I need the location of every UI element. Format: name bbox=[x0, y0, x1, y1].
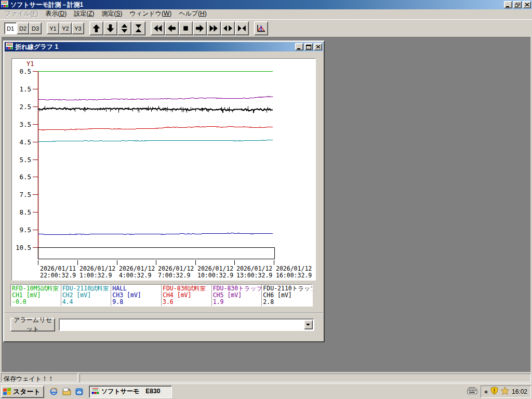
close-button[interactable] bbox=[523, 1, 531, 8]
toolbar-move-up-icon[interactable] bbox=[89, 21, 103, 35]
x-tick-date: 2026/01/12 bbox=[119, 265, 155, 272]
screen: { "window": { "title": "ソフトサーモ計測－計測1" },… bbox=[0, 0, 532, 399]
channel-value: 1.9 bbox=[213, 299, 261, 305]
menu-f[interactable]: ファイル(F) bbox=[1, 9, 42, 19]
status-bar: 保存ウェイト！！ bbox=[0, 373, 532, 383]
x-tick-date: 2026/01/12 bbox=[197, 265, 233, 272]
toolbar-fast-forward-icon[interactable] bbox=[207, 21, 221, 35]
line-chart-panel: Y10.51.52.53.54.55.56.57.58.59.510.52026… bbox=[11, 58, 316, 281]
graph-window-client: Y10.51.52.53.54.55.56.57.58.59.510.52026… bbox=[5, 52, 323, 341]
y-tick-label: 6.5 bbox=[19, 173, 31, 181]
toolbar-group bbox=[254, 21, 268, 35]
channel-value: 2.8 bbox=[263, 299, 311, 305]
start-button[interactable]: スタート bbox=[1, 385, 44, 398]
toolbar: D1D2D3Y1Y2Y3 bbox=[0, 19, 532, 37]
line-chart: Y10.51.52.53.54.55.56.57.58.59.510.52026… bbox=[12, 59, 315, 280]
toolbar-compress-vertical-icon[interactable] bbox=[131, 21, 145, 35]
menu-h[interactable]: ヘルプ(H) bbox=[175, 9, 210, 19]
taskbar-app-button[interactable]: ソフトサーモ E830 bbox=[89, 385, 172, 398]
system-tray: « 16:02 bbox=[481, 385, 531, 398]
internet-explorer-icon[interactable] bbox=[49, 387, 59, 396]
legend-channel-5: FDU-830トラップCH5 [mV]1.9 bbox=[212, 285, 262, 306]
legend-channel-3: HALLCH3 [mV]9.8 bbox=[111, 285, 162, 306]
keyboard-icon[interactable] bbox=[467, 387, 477, 396]
series-ch6 bbox=[38, 108, 273, 111]
toolbar-button-y3[interactable]: Y3 bbox=[72, 22, 84, 34]
x-tick-date: 2026/01/11 bbox=[40, 265, 76, 272]
channel-value: 9.8 bbox=[112, 299, 160, 305]
legend-channel-4: FDU-830試料室CH4 [mV]3.6 bbox=[162, 285, 212, 306]
x-tick-time: 13:00:32.9 bbox=[236, 272, 272, 279]
toolbar-button-d2[interactable]: D2 bbox=[17, 22, 29, 34]
channel-value: 3.6 bbox=[163, 299, 210, 305]
restore-button[interactable] bbox=[513, 1, 522, 8]
y-axis-label: Y1 bbox=[26, 60, 34, 68]
toolbar-stop-icon[interactable] bbox=[179, 21, 193, 35]
menu-w[interactable]: ウィンドウ(W) bbox=[126, 9, 176, 19]
alarm-combobox[interactable] bbox=[59, 318, 314, 331]
toolbar-graph-settings-icon[interactable] bbox=[254, 21, 268, 35]
alarm-combobox-value bbox=[60, 320, 303, 330]
series-ch4 bbox=[38, 127, 273, 130]
chevron-down-icon bbox=[306, 323, 311, 326]
toolbar-expand-vertical-icon[interactable] bbox=[117, 21, 131, 35]
graph-minimize-button[interactable] bbox=[295, 43, 303, 50]
toolbar-group bbox=[151, 21, 249, 35]
menu-d[interactable]: 表示(D) bbox=[42, 9, 70, 19]
app-icon bbox=[6, 43, 13, 51]
series-ch2 bbox=[38, 140, 273, 142]
divider bbox=[5, 313, 323, 314]
x-tick-date: 2026/01/12 bbox=[158, 265, 194, 272]
security-shield-icon[interactable] bbox=[490, 387, 498, 396]
toolbar-group: Y1Y2Y3 bbox=[47, 22, 84, 34]
y-tick-label: 0.5 bbox=[19, 68, 31, 75]
x-tick-time: 1:00:32.9 bbox=[79, 272, 112, 279]
toolbar-fast-rewind-icon[interactable] bbox=[151, 21, 165, 35]
status-message: 保存ウェイト！！ bbox=[4, 375, 54, 382]
toolbar-button-y2[interactable]: Y2 bbox=[59, 22, 72, 34]
main-titlebar: ソフトサーモ計測－計測1 bbox=[0, 0, 532, 9]
combobox-dropdown-button[interactable] bbox=[304, 320, 313, 329]
x-tick-time: 10:00:32.9 bbox=[197, 272, 233, 279]
mdi-area: 折れ線グラフ 1 Y10.51.52.53.54.55.56.57.58.59.… bbox=[2, 37, 530, 372]
toolbar-expand-horizontal-icon[interactable] bbox=[221, 21, 235, 35]
graph-close-button[interactable] bbox=[314, 43, 322, 50]
menu-s[interactable]: 測定(S) bbox=[98, 9, 126, 19]
tray-chevron[interactable]: « bbox=[484, 388, 488, 395]
graph-maximize-button[interactable] bbox=[304, 43, 313, 50]
x-tick-time: 4:00:32.9 bbox=[119, 272, 151, 279]
toolbar-step-left-icon[interactable] bbox=[165, 21, 179, 35]
show-desktop-icon[interactable] bbox=[62, 387, 72, 396]
event-band bbox=[38, 248, 275, 259]
y-tick-label: 1.5 bbox=[19, 85, 31, 93]
y-tick-label: 2.5 bbox=[19, 103, 31, 111]
toolbar-button-d3[interactable]: D3 bbox=[29, 22, 42, 34]
quick-launch bbox=[49, 387, 85, 396]
outlook-express-icon[interactable] bbox=[75, 387, 85, 396]
y-tick-label: 7.5 bbox=[19, 191, 31, 198]
menu-bar: ファイル(F)表示(D)設定(Z)測定(S)ウィンドウ(W)ヘルプ(H) bbox=[0, 9, 532, 19]
toolbar-move-down-icon[interactable] bbox=[103, 21, 117, 35]
status-message-panel: 保存ウェイト！！ bbox=[1, 374, 78, 382]
start-button-label: スタート bbox=[13, 387, 41, 396]
taskbar: スタート ソフトサーモ E830 « 16:02 bbox=[0, 383, 532, 399]
legend-channel-1: RFD-10MS試料室CH1 [mV]-0.0 bbox=[11, 285, 61, 306]
windows-logo-icon bbox=[3, 387, 11, 396]
channel-value: -0.0 bbox=[12, 299, 60, 305]
app-icon bbox=[1, 1, 8, 9]
star-icon[interactable] bbox=[501, 387, 509, 396]
menu-z[interactable]: 設定(Z) bbox=[70, 9, 98, 19]
x-tick-date: 2026/01/12 bbox=[79, 265, 115, 272]
legend-channel-6: FDU-2110トラップCH6 [mV]2.8 bbox=[262, 285, 312, 306]
x-tick-date: 2026/01/12 bbox=[236, 265, 272, 272]
y-tick-label: 5.5 bbox=[19, 156, 31, 164]
toolbar-compress-horizontal-icon[interactable] bbox=[235, 21, 249, 35]
minimize-button[interactable] bbox=[504, 1, 512, 8]
toolbar-button-d1[interactable]: D1 bbox=[4, 22, 17, 34]
toolbar-step-right-icon[interactable] bbox=[193, 21, 207, 35]
toolbar-button-y1[interactable]: Y1 bbox=[47, 22, 59, 34]
x-tick-time: 22:00:32.9 bbox=[40, 272, 76, 279]
alarm-reset-button[interactable]: アラームリセット bbox=[10, 318, 55, 331]
y-tick-label: 8.5 bbox=[19, 208, 31, 216]
channel-legend: RFD-10MS試料室CH1 [mV]-0.0FDU-2110試料室CH2 [m… bbox=[10, 284, 313, 307]
